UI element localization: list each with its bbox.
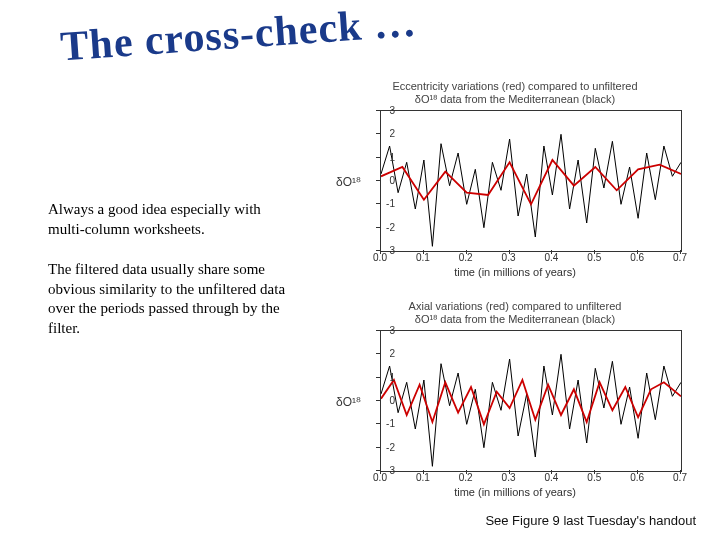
ytick: -1: [355, 418, 395, 429]
chart-title-1-line1: Eccentricity variations (red) compared t…: [392, 80, 637, 92]
chart-title-2-line2: δO¹⁸ data from the Mediterranean (black): [415, 313, 615, 325]
chart-title-2-line1: Axial variations (red) compared to unfil…: [409, 300, 622, 312]
ytick: 3: [355, 325, 395, 336]
slide-title: The cross-check …: [59, 0, 418, 70]
paragraph-1: Always a good idea especially with multi…: [48, 200, 298, 239]
ytick: 1: [355, 151, 395, 162]
ytick: -2: [355, 441, 395, 452]
ytick: 2: [355, 128, 395, 139]
xlabel-2: time (in millions of years): [330, 486, 700, 498]
chart-eccentricity: Eccentricity variations (red) compared t…: [330, 80, 700, 280]
plot-area-2: [380, 330, 682, 472]
ytick: 1: [355, 371, 395, 382]
ytick: 2: [355, 348, 395, 359]
ytick: 0: [355, 175, 395, 186]
charts-column: Eccentricity variations (red) compared t…: [330, 80, 700, 520]
paragraph-2: The filtered data usually share some obv…: [48, 260, 298, 338]
chart-axial: Axial variations (red) compared to unfil…: [330, 300, 700, 500]
ytick: -2: [355, 221, 395, 232]
ytick: -1: [355, 198, 395, 209]
ytick: 3: [355, 105, 395, 116]
xlabel-1: time (in millions of years): [330, 266, 700, 278]
ytick: 0: [355, 395, 395, 406]
chart-title-1-line2: δO¹⁸ data from the Mediterranean (black): [415, 93, 615, 105]
footer-note: See Figure 9 last Tuesday's handout: [485, 513, 696, 528]
plot-area-1: [380, 110, 682, 252]
